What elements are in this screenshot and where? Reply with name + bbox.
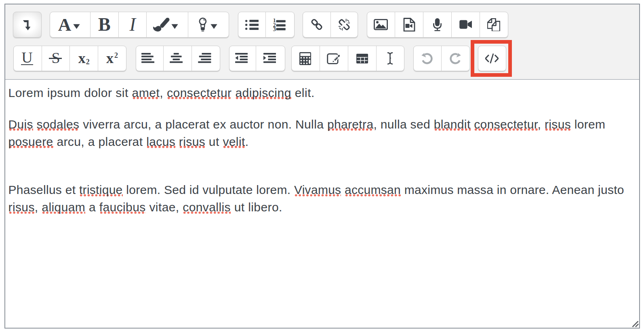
svg-text:3: 3 [273, 26, 276, 31]
